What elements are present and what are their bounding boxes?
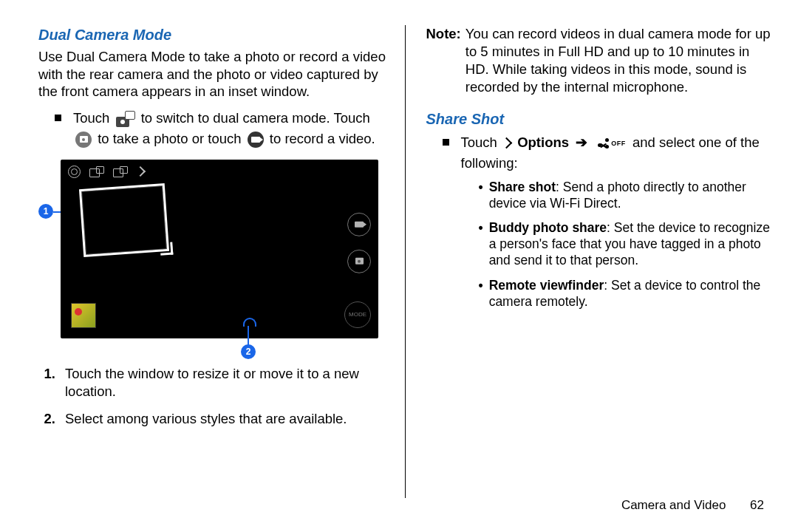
step-1: Touch the window to resize it or move it… [59, 365, 392, 402]
camera-viewfinder: MODE [61, 160, 378, 338]
arrow-right-icon: ➔ [576, 132, 587, 153]
manual-page: Dual Camera Mode Use Dual Camera Mode to… [0, 0, 798, 532]
dual-camera-toggle-icon-2 [113, 166, 128, 177]
camera-topbar [68, 166, 144, 178]
pip-window [79, 183, 169, 257]
callout-1: 1 [38, 204, 53, 219]
opt-lead: Share shot [489, 180, 556, 194]
square-bullet-icon [443, 139, 449, 146]
callout-2: 2 [241, 344, 256, 359]
capture-buttons [347, 212, 371, 273]
share-instruction: Touch Options ➔ OFF and select one of th… [443, 132, 772, 319]
numbered-steps: Touch the window to resize it or move it… [43, 365, 392, 429]
gallery-thumbnail-icon [71, 303, 96, 328]
note-block: Note: You can record videos in dual came… [426, 25, 772, 96]
camera-shutter-icon [75, 132, 92, 148]
share-instruction-text: Touch Options ➔ OFF and select one of th… [461, 132, 772, 319]
txt-c: to take a photo or touch [98, 131, 241, 146]
options-label: Options [517, 134, 569, 150]
off-text: OFF [611, 139, 626, 149]
bullet-dot-icon: • [479, 180, 483, 212]
photo-button-icon [347, 249, 371, 273]
instruction-bullet: Touch to switch to dual camera mode. Tou… [55, 108, 392, 149]
dual-camera-toggle-icon [89, 166, 104, 177]
option-buddy-share: • Buddy photo share: Set the device to r… [479, 220, 772, 269]
section-name: Camera and Video [621, 498, 726, 512]
intro-text: Use Dual Camera Mode to take a photo or … [38, 48, 392, 100]
share-options-list: • Share shot: Send a photo directly to a… [479, 180, 772, 310]
note-label: Note: [426, 25, 461, 96]
txt-b: to switch to dual camera mode. Touch [141, 110, 370, 126]
mode-button-icon: MODE [344, 301, 371, 328]
chevron-right-icon [501, 137, 513, 149]
page-number: 62 [750, 498, 764, 512]
callout-2-line [248, 326, 249, 345]
camera-screenshot-figure: 1 MODE 2 [38, 160, 392, 338]
bullet-dot-icon: • [479, 278, 483, 310]
heading-share-shot: Share Shot [426, 111, 772, 128]
note-body: You can record videos in dual camera mod… [466, 25, 771, 96]
instruction-text: Touch to switch to dual camera mode. Tou… [73, 108, 392, 149]
dual-camera-icon [116, 111, 135, 127]
option-remote-viewfinder: • Remote viewfinder: Set a device to con… [479, 278, 772, 310]
txt-d: to record a video. [270, 131, 375, 146]
opt-lead: Remote viewfinder [489, 278, 604, 293]
bullet-dot-icon: • [479, 220, 483, 269]
page-footer: Camera and Video 62 [621, 498, 764, 513]
settings-icon [68, 166, 81, 178]
step-2: Select among various styles that are ava… [59, 410, 392, 429]
right-column: Note: You can record videos in dual came… [406, 25, 772, 517]
option-share-shot: • Share shot: Send a photo directly to a… [479, 180, 772, 212]
chevron-right-icon [135, 166, 146, 177]
opt-lead: Buddy photo share [489, 220, 607, 235]
left-column: Dual Camera Mode Use Dual Camera Mode to… [38, 25, 405, 517]
video-record-icon [248, 132, 264, 148]
share-off-icon: OFF [597, 137, 626, 149]
txt-a: Touch [73, 110, 109, 126]
heading-dual-camera: Dual Camera Mode [38, 27, 392, 44]
square-bullet-icon [55, 115, 61, 121]
video-button-icon [347, 212, 371, 236]
txt-touch: Touch [461, 134, 497, 150]
